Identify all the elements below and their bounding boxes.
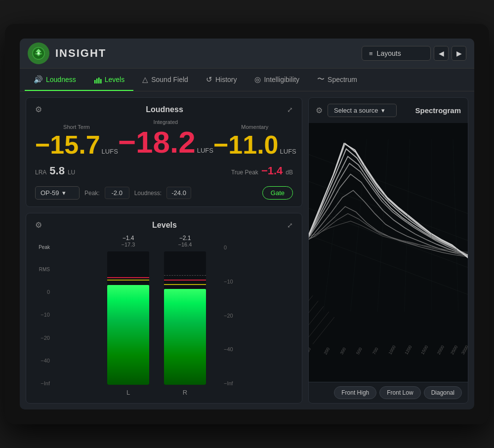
gate-button[interactable]: Gate <box>262 186 293 200</box>
svg-rect-2 <box>94 80 96 83</box>
right-bar-container <box>164 251 206 385</box>
app-title: INSIGHT <box>55 47 356 60</box>
levels-panel: ⚙ Levels ⤢ Peak RMS 0 −10 −20 −40 <box>26 213 302 404</box>
levels-expand-icon[interactable]: ⤢ <box>287 221 293 229</box>
logo-icon <box>28 42 49 64</box>
tab-intelligibility[interactable]: ◎ Intelligibility <box>246 69 308 91</box>
soundfield-tab-label: Sound Field <box>151 76 188 83</box>
layouts-label: Layouts <box>377 49 401 57</box>
left-bar-fill <box>107 285 149 385</box>
op-preset-label: OP-59 <box>41 189 59 197</box>
spectrogram-panel: ⚙ Select a source ▾ Spectrogram <box>308 97 468 404</box>
true-peak-value: −1.4 <box>261 164 283 177</box>
layouts-control: ≡ Layouts ◀ ▶ <box>362 46 466 61</box>
source-dropdown-arrow: ▾ <box>381 107 385 114</box>
tab-loudness[interactable]: 🔊 Loudness <box>25 69 85 91</box>
tab-history[interactable]: ↺ History <box>197 69 246 91</box>
levels-panel-title: Levels <box>42 221 287 230</box>
short-term-value: −15.7 <box>35 132 100 158</box>
levels-tab-icon <box>94 75 102 83</box>
axis-inf: −Inf <box>35 380 50 386</box>
right-channel-label: R <box>183 389 187 396</box>
axis-minus40: −40 <box>35 358 50 364</box>
integrated-label: Integrated <box>154 119 178 125</box>
loudness-controls-row: OP-59 ▾ Peak: -2.0 Loudness: -24.0 Gate <box>35 186 293 200</box>
left-channel-label: L <box>126 389 130 396</box>
loudness-tab-label: Loudness <box>46 76 76 83</box>
tab-soundfield[interactable]: △ Sound Field <box>133 69 197 91</box>
integrated-value: −18.2 <box>118 127 196 158</box>
r-axis-0: 0 <box>224 244 239 250</box>
spectrum-tab-label: Spectrum <box>328 76 357 83</box>
history-tab-label: History <box>215 76 237 83</box>
svg-point-1 <box>38 52 40 55</box>
svg-rect-4 <box>98 78 100 83</box>
momentary-col: Momentary −11.0 LUFS <box>213 124 296 158</box>
true-peak-unit: dB <box>286 169 293 176</box>
short-term-unit: LUFS <box>102 148 118 155</box>
source-select-dropdown[interactable]: Select a source ▾ <box>328 104 397 117</box>
left-peak-value: −1.4 <box>123 235 134 242</box>
loudness-panel-title: Loudness <box>42 105 287 114</box>
momentary-unit: LUFS <box>280 148 296 155</box>
loudness-expand-icon[interactable]: ⤢ <box>287 106 293 114</box>
left-bar-container <box>107 251 149 385</box>
axis-0: 0 <box>35 289 50 295</box>
loudness-settings-icon[interactable]: ⚙ <box>35 105 42 114</box>
history-tab-icon: ↺ <box>206 75 212 84</box>
main-content: ⚙ Loudness ⤢ Short Term −15.7 LUFS <box>20 91 474 409</box>
integrated-unit: LUFS <box>197 147 213 154</box>
spectrogram-area: 5. Hz 100 200 300 500 700 1000 1200 1500… <box>309 123 468 382</box>
true-peak-section: True Peak −1.4 dB <box>231 164 293 177</box>
peak-field-label: Peak: <box>84 190 100 197</box>
lra-label: LRA <box>35 169 46 176</box>
loudness-values-row: Short Term −15.7 LUFS Integrated −18.2 L… <box>35 119 293 158</box>
prev-layout-button[interactable]: ◀ <box>434 46 449 61</box>
levels-axis: Peak RMS 0 −10 −20 −40 −Inf <box>35 235 53 396</box>
lra-section: LRA 5.8 LU <box>35 164 75 177</box>
level-bar-left: −1.4 −17.3 L <box>107 235 149 396</box>
left-yellow-line <box>107 280 149 281</box>
right-peak-value: −2.1 <box>179 235 191 242</box>
axis-rms-label: RMS <box>35 267 50 272</box>
spectrogram-visualization: 5. Hz 100 200 300 500 700 1000 1200 1500… <box>309 123 468 382</box>
r-axis-minus20: −20 <box>224 313 239 319</box>
tab-levels[interactable]: Levels <box>85 69 133 90</box>
spectrogram-view-buttons: Front High Front Low Diagonal <box>309 382 468 403</box>
intelligibility-tab-icon: ◎ <box>254 75 261 84</box>
loudness-lra-peak-row: LRA 5.8 LU True Peak −1.4 dB <box>35 162 293 184</box>
levels-settings-icon[interactable]: ⚙ <box>35 220 42 230</box>
spectrogram-header: ⚙ Select a source ▾ Spectrogram <box>309 98 468 123</box>
loudness-tab-icon: 🔊 <box>34 75 43 84</box>
momentary-value: −11.0 <box>213 132 279 158</box>
r-axis-minus40: −40 <box>224 346 239 352</box>
spectrogram-settings-icon[interactable]: ⚙ <box>316 106 323 115</box>
loudness-field-value[interactable]: -24.0 <box>166 187 191 199</box>
op-preset-dropdown[interactable]: OP-59 ▾ <box>35 186 80 200</box>
level-bar-right: −2.1 −16.4 R <box>164 235 206 396</box>
tabs-bar: 🔊 Loudness Levels △ Sound Field <box>20 69 474 91</box>
front-high-button[interactable]: Front High <box>334 386 376 399</box>
header: INSIGHT ≡ Layouts ◀ ▶ <box>20 39 474 69</box>
front-low-button[interactable]: Front Low <box>379 386 420 399</box>
left-rms-value: −17.3 <box>122 242 135 247</box>
axis-minus20: −20 <box>35 335 50 341</box>
momentary-label: Momentary <box>241 124 268 130</box>
peak-field-value[interactable]: -2.0 <box>105 187 129 199</box>
diagonal-button[interactable]: Diagonal <box>424 386 462 399</box>
lra-unit: LU <box>68 169 75 176</box>
left-red-line <box>107 277 149 278</box>
true-peak-label: True Peak <box>231 169 258 176</box>
tab-spectrum[interactable]: 〜 Spectrum <box>308 69 366 91</box>
right-yellow-line <box>164 284 206 285</box>
svg-rect-3 <box>96 79 98 83</box>
levels-panel-header: ⚙ Levels ⤢ <box>35 220 293 230</box>
layouts-dropdown[interactable]: ≡ Layouts <box>362 46 431 61</box>
list-icon: ≡ <box>369 50 373 57</box>
next-layout-button[interactable]: ▶ <box>452 46 466 61</box>
spectrum-tab-icon: 〜 <box>317 75 325 84</box>
short-term-col: Short Term −15.7 LUFS <box>35 124 118 158</box>
r-axis-inf: −Inf <box>224 380 239 386</box>
right-levels-axis: 0 −10 −20 −40 −Inf <box>221 235 239 396</box>
loudness-panel: ⚙ Loudness ⤢ Short Term −15.7 LUFS <box>26 97 302 207</box>
